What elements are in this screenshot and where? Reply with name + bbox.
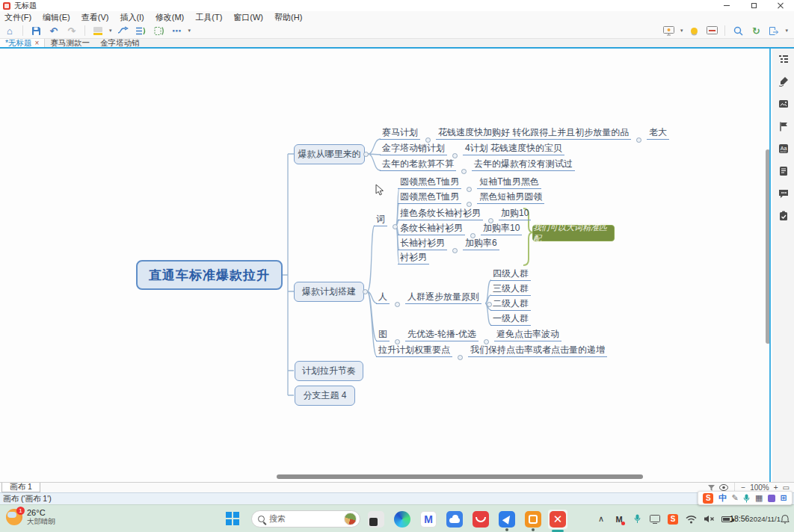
mind-node-word[interactable]: 词: [374, 214, 387, 226]
taskbar-search[interactable]: 搜索: [251, 510, 360, 528]
note-icon[interactable]: [778, 165, 790, 177]
soft-keyboard-icon[interactable]: ▦: [755, 493, 763, 503]
tray-chevron-icon[interactable]: ∧: [592, 514, 610, 524]
tray-ime-m-icon[interactable]: M: [610, 515, 628, 524]
taskbar-app-desktop[interactable]: [366, 510, 386, 529]
tray-wifi-icon[interactable]: [682, 515, 700, 524]
collapse-dot[interactable]: [395, 339, 400, 344]
more-tools-icon[interactable]: ⋯: [170, 24, 184, 37]
mind-node[interactable]: 衬衫男: [398, 252, 429, 265]
mind-node[interactable]: 加购率6: [463, 238, 499, 250]
zoom-search-icon[interactable]: [731, 24, 745, 37]
handwriting-icon[interactable]: ✎: [731, 493, 738, 503]
collapse-dot[interactable]: [452, 248, 458, 253]
mind-node[interactable]: 圆领黑色T恤男: [398, 176, 461, 189]
presentation-dropdown-icon[interactable]: ▾: [680, 28, 683, 34]
minimize-button[interactable]: [713, 0, 740, 11]
tray-sogou-icon[interactable]: S: [664, 514, 682, 525]
mind-node[interactable]: 老大: [647, 127, 669, 140]
more-dropdown-icon[interactable]: ▾: [188, 28, 191, 34]
task-icon[interactable]: [778, 210, 790, 222]
vertical-scrollbar[interactable]: [766, 149, 770, 344]
mind-node[interactable]: 黑色短袖男圆领: [477, 191, 544, 204]
flag-icon[interactable]: [778, 120, 790, 132]
weather-widget[interactable]: 1 26°C 大部晴朗: [6, 508, 55, 526]
branch-topic-rhythm[interactable]: 计划拉升节奏: [295, 361, 363, 381]
mind-node[interactable]: 撞色条纹长袖衬衫男: [398, 208, 483, 220]
mind-node[interactable]: 短袖T恤男黑色: [477, 176, 541, 189]
close-button[interactable]: [767, 0, 794, 11]
mind-node[interactable]: 加购10: [499, 208, 531, 220]
taskbar-app-mindmaster[interactable]: M: [419, 510, 438, 529]
taskbar-app-recorder[interactable]: [523, 510, 543, 529]
mind-node[interactable]: 4计划 花钱速度快的宝贝: [463, 143, 564, 155]
menu-help[interactable]: 帮助(H): [274, 12, 302, 23]
mind-node[interactable]: 花钱速度快加购好 转化跟得上并且初步放量的品: [436, 127, 631, 140]
mind-node[interactable]: 四级人群: [490, 268, 531, 281]
menu-modify[interactable]: 修改(M): [156, 12, 185, 23]
slideshow-icon[interactable]: [705, 24, 718, 37]
menu-file[interactable]: 文件(F): [4, 12, 31, 23]
mind-node-weight[interactable]: 拉升计划权重要点: [376, 344, 452, 357]
filter-icon[interactable]: [708, 485, 715, 491]
relationship-icon[interactable]: [117, 24, 130, 37]
export-dropdown-icon[interactable]: ▾: [785, 28, 788, 34]
font-icon[interactable]: Aa: [778, 143, 790, 155]
mind-node[interactable]: 先优选-轮播-优选: [405, 329, 478, 341]
menu-window[interactable]: 窗口(W): [233, 12, 263, 23]
undo-icon[interactable]: ↶: [47, 24, 61, 37]
maximize-button[interactable]: [740, 0, 767, 11]
taskbar-clock[interactable]: 18:56 2024/11/1: [736, 514, 775, 524]
taskbar-app-cloud-drive[interactable]: [445, 510, 464, 529]
mind-node[interactable]: 二级人群: [490, 298, 531, 311]
collapse-dot[interactable]: [393, 224, 398, 229]
home-icon[interactable]: ⌂: [3, 24, 16, 37]
presentation-icon[interactable]: [662, 24, 676, 37]
mind-node[interactable]: 圆领黑色T恤男: [398, 191, 461, 204]
save-icon[interactable]: [29, 24, 43, 37]
highlighter-dropdown-icon[interactable]: ▾: [109, 28, 112, 34]
mind-node[interactable]: 一级人群: [490, 313, 531, 326]
share-icon[interactable]: ↻: [749, 24, 763, 37]
collapse-dot[interactable]: [458, 355, 463, 360]
collapse-dot[interactable]: [363, 289, 368, 294]
horizontal-scrollbar[interactable]: [277, 474, 643, 479]
highlighter-icon[interactable]: [91, 24, 105, 37]
tab-saima[interactable]: 赛马测款一: [45, 39, 95, 47]
image-icon[interactable]: [778, 98, 790, 110]
menu-view[interactable]: 查看(V): [81, 12, 109, 23]
taskbar-app-pointer[interactable]: [497, 510, 517, 529]
tray-microphone-icon[interactable]: [628, 514, 646, 524]
collapse-dot[interactable]: [484, 339, 489, 344]
collapse-dot[interactable]: [452, 153, 458, 158]
redo-icon[interactable]: ↷: [65, 24, 79, 37]
voice-input-icon[interactable]: [743, 494, 750, 503]
mind-node[interactable]: 赛马计划: [380, 127, 420, 140]
eye-icon[interactable]: [719, 484, 728, 491]
boundary-icon[interactable]: [153, 24, 166, 37]
tab-untitled[interactable]: *无标题 ×: [0, 39, 45, 47]
summary-icon[interactable]: [135, 24, 148, 37]
ime-mode-chinese[interactable]: 中: [718, 492, 727, 504]
mind-node[interactable]: 人群逐步放量原则: [405, 291, 481, 304]
menu-edit[interactable]: 编辑(E): [43, 12, 70, 23]
taskbar-app-xmind-active[interactable]: ✕: [548, 510, 567, 529]
outline-icon[interactable]: [778, 53, 790, 65]
menu-insert[interactable]: 插入(I): [120, 12, 144, 23]
mind-node[interactable]: 去年的老款算不算: [380, 158, 456, 171]
branch-topic-4[interactable]: 分支主题 4: [295, 386, 355, 406]
notification-bell-icon[interactable]: [776, 514, 794, 524]
comment-icon[interactable]: [778, 188, 790, 200]
branch-topic-source[interactable]: 爆款从哪里来的: [294, 144, 365, 164]
taskbar-app-edge[interactable]: [393, 510, 412, 529]
mind-node[interactable]: 金字塔动销计划: [380, 143, 447, 155]
collapse-dot[interactable]: [461, 169, 467, 174]
sogou-logo-icon[interactable]: S: [703, 493, 713, 504]
taskbar-app-music[interactable]: [471, 510, 490, 529]
mind-node[interactable]: 避免点击率波动: [494, 329, 561, 341]
ime-toolbox-icon[interactable]: ⊞: [780, 493, 787, 503]
lightbulb-icon[interactable]: [687, 24, 701, 37]
mind-node-people[interactable]: 人: [376, 291, 390, 304]
tab-jinzita[interactable]: 金字塔动销: [95, 39, 145, 47]
start-button[interactable]: [226, 512, 239, 525]
